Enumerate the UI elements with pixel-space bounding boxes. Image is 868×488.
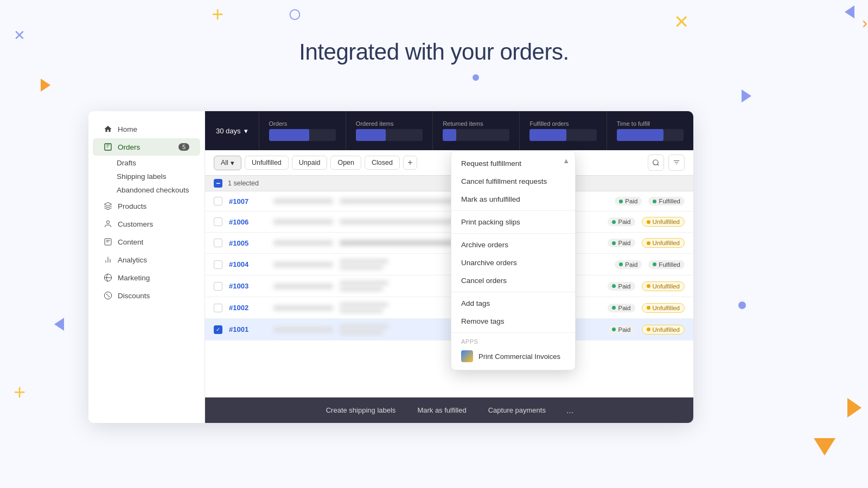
select-all-checkbox[interactable]: −	[214, 179, 222, 188]
sidebar-item-marketing[interactable]: Marketing	[93, 269, 200, 286]
payment-status-1006: Paid	[608, 217, 635, 226]
action-bar: Create shipping labels Mark as fulfilled…	[205, 397, 693, 423]
row-checkbox-1001[interactable]: ✓	[214, 325, 222, 334]
filter-unfulfilled-btn[interactable]: Unfulfilled	[245, 156, 289, 170]
deco-plus-top: +	[212, 3, 224, 26]
row-checkbox-1002[interactable]	[214, 304, 222, 312]
filter-unpaid-btn[interactable]: Unpaid	[292, 156, 328, 170]
row-checkbox-1003[interactable]	[214, 282, 222, 291]
orders-badge: 5	[178, 143, 189, 151]
stat-time-bar	[617, 129, 684, 141]
menu-item-request-fulfillment[interactable]: Request fulfillment	[451, 155, 575, 172]
row-checkbox-1005[interactable]	[214, 239, 222, 247]
order-id-1007[interactable]: #1007	[229, 197, 267, 206]
order-customer-1002b	[340, 309, 383, 313]
deco-triangle-purple-top-right	[845, 5, 854, 18]
order-id-1004[interactable]: #1004	[229, 260, 267, 268]
sidebar-label-abandoned: Abandoned checkouts	[117, 186, 189, 194]
sidebar-item-shipping[interactable]: Shipping labels	[112, 170, 205, 183]
sidebar-item-abandoned[interactable]: Abandoned checkouts	[112, 183, 205, 197]
filter-all-btn[interactable]: All ▾	[214, 156, 241, 170]
add-filter-btn[interactable]: +	[403, 156, 417, 170]
stat-time-label: Time to fulfill	[617, 120, 684, 127]
sidebar-item-drafts[interactable]: Drafts	[112, 156, 205, 170]
sidebar-item-discounts[interactable]: Discounts	[93, 287, 200, 304]
order-id-1002[interactable]: #1002	[229, 304, 267, 312]
orders-icon	[104, 143, 112, 151]
order-id-1001[interactable]: #1001	[229, 325, 267, 333]
sidebar-item-home[interactable]: Home	[93, 120, 200, 138]
payment-status-1003: Paid	[608, 282, 635, 291]
filter-open-btn[interactable]: Open	[330, 156, 361, 170]
sidebar-label-marketing: Marketing	[118, 274, 150, 282]
payment-status-1007: Paid	[615, 197, 642, 206]
menu-apps-label: Apps	[461, 338, 478, 345]
capture-payments-btn[interactable]: Capture payments	[482, 403, 552, 418]
row-checkbox-1007[interactable]	[214, 197, 222, 206]
sidebar-item-content[interactable]: Content	[93, 233, 200, 251]
sidebar-item-orders[interactable]: Orders 5	[93, 138, 200, 156]
menu-item-mark-unfulfilled[interactable]: Mark as unfulfilled	[451, 190, 575, 208]
context-menu: Request fulfillment Cancel fulfillment r…	[451, 151, 576, 370]
sidebar-item-products[interactable]: Products	[93, 197, 200, 215]
sidebar-item-analytics[interactable]: Analytics	[93, 251, 200, 268]
order-date-1002	[273, 305, 333, 311]
deco-plus-bottom-left: +	[14, 381, 25, 404]
menu-item-cancel-orders[interactable]: Cancel orders	[451, 272, 575, 290]
sidebar-label-content: Content	[118, 238, 143, 246]
mark-fulfilled-btn[interactable]: Mark as fulfilled	[411, 403, 473, 418]
fulfillment-status-1007: Fulfilled	[648, 197, 685, 206]
stat-returned-label: Returned items	[443, 120, 509, 127]
row-checkbox-1006[interactable]	[214, 217, 222, 226]
create-shipping-btn[interactable]: Create shipping labels	[320, 403, 403, 418]
stat-ordered-label: Ordered items	[356, 120, 423, 127]
svg-point-1	[106, 221, 109, 223]
order-customer-1002a	[340, 303, 388, 307]
sidebar-item-customers[interactable]: Customers	[93, 215, 200, 233]
filter-closed-btn[interactable]: Closed	[365, 156, 400, 170]
menu-divider-1	[451, 210, 575, 211]
deco-circle-top: ○	[288, 0, 302, 27]
menu-label-cancel-orders: Cancel orders	[461, 277, 507, 285]
page-title: Integrated with your orders.	[0, 39, 868, 65]
svg-point-7	[108, 296, 109, 297]
deco-dot-blue-right	[738, 301, 746, 309]
menu-label-mark-unfulfilled: Mark as unfulfilled	[461, 195, 520, 203]
menu-item-cancel-fulfillment[interactable]: Cancel fulfillment requests	[451, 172, 575, 190]
fulfillment-status-1002: Unfulfilled	[642, 303, 685, 313]
more-actions-btn[interactable]: ...	[561, 403, 579, 418]
deco-x-top-right: ✕	[674, 11, 689, 33]
deco-chevron-right: ›	[862, 14, 867, 32]
table-row: #1004 Paid Fulfilled	[205, 254, 693, 275]
stat-time-fulfill: Time to fulfill	[607, 111, 693, 150]
menu-item-print-slips[interactable]: Print packing slips	[451, 213, 575, 231]
stat-fulfilled-label: Fulfilled orders	[529, 120, 596, 127]
deco-triangle-orange-right-bottom	[847, 398, 861, 418]
menu-label-cancel-fulfillment: Cancel fulfillment requests	[461, 177, 547, 185]
menu-label-print-slips: Print packing slips	[461, 218, 520, 226]
menu-item-archive[interactable]: Archive orders	[451, 236, 575, 254]
period-label: 30 days	[216, 127, 241, 135]
order-id-1005[interactable]: #1005	[229, 239, 267, 247]
order-id-1006[interactable]: #1006	[229, 218, 267, 226]
order-id-1003[interactable]: #1003	[229, 282, 267, 290]
sort-btn[interactable]	[668, 155, 685, 171]
sidebar-label-discounts: Discounts	[118, 292, 150, 300]
stat-ordered-bar	[356, 129, 423, 141]
stat-returned-bar	[443, 129, 509, 141]
table-row-selected: ✓ #1001 Paid Unfulfilled	[205, 319, 693, 341]
order-date-1007	[273, 198, 333, 204]
stat-orders: Orders	[259, 111, 346, 150]
menu-item-add-tags[interactable]: Add tags	[451, 294, 575, 312]
deco-dot-blue-top	[473, 74, 479, 81]
period-selector[interactable]: 30 days ▾	[205, 111, 259, 150]
menu-item-unarchive[interactable]: Unarchive orders	[451, 254, 575, 272]
period-chevron: ▾	[244, 127, 248, 135]
menu-item-remove-tags[interactable]: Remove tags	[451, 312, 575, 330]
payment-status-1002: Paid	[608, 304, 635, 312]
menu-item-print-invoices[interactable]: Print Commercial Invoices	[451, 346, 575, 367]
search-filter-btn[interactable]	[648, 155, 664, 171]
svg-point-6	[106, 294, 107, 294]
stat-returned: Returned items	[433, 111, 520, 150]
row-checkbox-1004[interactable]	[214, 260, 222, 269]
